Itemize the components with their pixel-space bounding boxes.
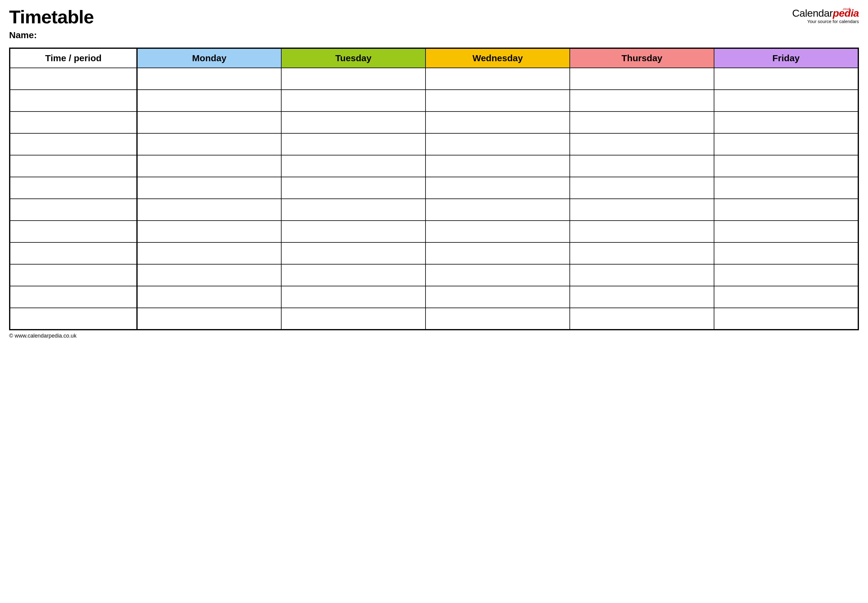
timetable-cell	[570, 308, 714, 330]
timetable-row	[10, 221, 858, 243]
timetable-cell	[425, 133, 570, 155]
period-cell	[10, 243, 137, 264]
timetable-row	[10, 90, 858, 111]
timetable-cell	[714, 221, 858, 243]
timetable-cell	[281, 221, 425, 243]
timetable-cell	[425, 264, 570, 286]
timetable-row	[10, 264, 858, 286]
timetable-cell	[425, 68, 570, 90]
timetable-cell	[281, 155, 425, 177]
timetable-cell	[570, 243, 714, 264]
timetable-row	[10, 68, 858, 90]
period-cell	[10, 308, 137, 330]
timetable-row	[10, 155, 858, 177]
timetable-cell	[425, 90, 570, 111]
name-label: Name:	[9, 30, 859, 40]
timetable-cell	[281, 90, 425, 111]
timetable-cell	[281, 68, 425, 90]
copyright: © www.calendarpedia.co.uk	[9, 333, 859, 339]
timetable-row	[10, 133, 858, 155]
timetable-cell	[714, 111, 858, 133]
timetable-cell	[137, 133, 281, 155]
day-header-tuesday: Tuesday	[281, 48, 425, 68]
period-cell	[10, 177, 137, 199]
timetable-cell	[570, 286, 714, 308]
period-header: Time / period	[10, 48, 137, 68]
timetable-cell	[137, 243, 281, 264]
timetable-cell	[281, 286, 425, 308]
timetable-cell	[137, 155, 281, 177]
timetable-cell	[137, 177, 281, 199]
period-cell	[10, 286, 137, 308]
timetable-cell	[425, 243, 570, 264]
period-cell	[10, 90, 137, 111]
timetable-cell	[425, 177, 570, 199]
brand-prefix: Calendar	[792, 7, 833, 19]
timetable-cell	[714, 199, 858, 221]
period-cell	[10, 133, 137, 155]
timetable-cell	[714, 177, 858, 199]
timetable-cell	[137, 111, 281, 133]
timetable-cell	[281, 264, 425, 286]
timetable-cell	[137, 68, 281, 90]
timetable-row	[10, 308, 858, 330]
timetable-cell	[425, 221, 570, 243]
period-cell	[10, 68, 137, 90]
period-cell	[10, 111, 137, 133]
timetable-row	[10, 177, 858, 199]
brand-tagline: Your source for calendars	[792, 19, 859, 24]
page-title: Timetable	[9, 6, 94, 28]
day-header-monday: Monday	[137, 48, 281, 68]
timetable-cell	[570, 221, 714, 243]
timetable-cell	[137, 308, 281, 330]
period-cell	[10, 221, 137, 243]
timetable-cell	[137, 221, 281, 243]
timetable-cell	[425, 111, 570, 133]
timetable-cell	[137, 199, 281, 221]
timetable-cell	[714, 90, 858, 111]
timetable-cell	[570, 264, 714, 286]
timetable-header-row: Time / period MondayTuesdayWednesdayThur…	[10, 48, 858, 68]
timetable-row	[10, 111, 858, 133]
timetable-cell	[570, 111, 714, 133]
period-cell	[10, 264, 137, 286]
timetable-cell	[137, 264, 281, 286]
timetable-cell	[570, 90, 714, 111]
timetable-body	[10, 68, 858, 330]
timetable-cell	[425, 308, 570, 330]
timetable-cell	[714, 243, 858, 264]
timetable-cell	[570, 155, 714, 177]
period-cell	[10, 155, 137, 177]
timetable-cell	[281, 308, 425, 330]
timetable-row	[10, 199, 858, 221]
brand-tld: .co.uk	[843, 7, 850, 11]
day-header-friday: Friday	[714, 48, 858, 68]
day-header-wednesday: Wednesday	[425, 48, 570, 68]
timetable: Time / period MondayTuesdayWednesdayThur…	[9, 48, 859, 330]
timetable-cell	[714, 264, 858, 286]
timetable-cell	[570, 177, 714, 199]
timetable-cell	[425, 286, 570, 308]
timetable-cell	[714, 133, 858, 155]
timetable-cell	[570, 68, 714, 90]
timetable-cell	[281, 199, 425, 221]
brand-logo: Calendarpedia .co.uk Your source for cal…	[792, 6, 859, 24]
period-cell	[10, 199, 137, 221]
timetable-cell	[281, 243, 425, 264]
timetable-cell	[281, 177, 425, 199]
timetable-cell	[570, 133, 714, 155]
timetable-cell	[570, 199, 714, 221]
day-header-thursday: Thursday	[570, 48, 714, 68]
timetable-cell	[714, 155, 858, 177]
timetable-cell	[425, 155, 570, 177]
timetable-cell	[714, 308, 858, 330]
timetable-cell	[137, 90, 281, 111]
timetable-cell	[714, 286, 858, 308]
timetable-cell	[137, 286, 281, 308]
timetable-cell	[281, 133, 425, 155]
timetable-cell	[281, 111, 425, 133]
timetable-row	[10, 286, 858, 308]
timetable-cell	[425, 199, 570, 221]
timetable-row	[10, 243, 858, 264]
brand-logo-main: Calendarpedia .co.uk	[792, 8, 859, 18]
